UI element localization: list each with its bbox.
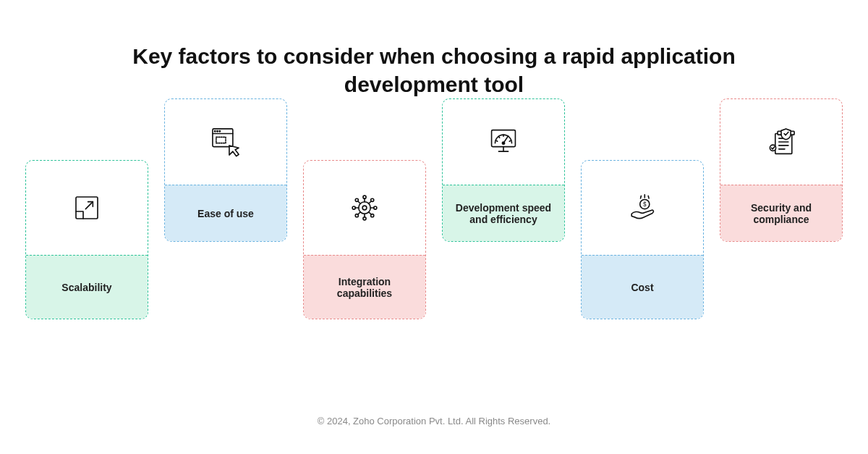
svg-point-5 xyxy=(219,131,220,132)
svg-rect-6 xyxy=(216,137,226,143)
svg-point-8 xyxy=(362,206,367,210)
card-label: Cost xyxy=(582,255,703,319)
card-label: Scalability xyxy=(26,255,148,319)
svg-line-38 xyxy=(648,196,649,198)
svg-point-4 xyxy=(217,131,218,132)
card-cost: $ Cost xyxy=(581,160,704,319)
svg-line-21 xyxy=(358,201,360,203)
card-integration: Integration capabilities xyxy=(303,160,426,319)
card-security: Security and compliance xyxy=(720,98,843,242)
shield-icon xyxy=(720,99,842,185)
gear-icon xyxy=(304,161,425,255)
svg-line-29 xyxy=(503,136,509,143)
card-scalability: Scalability xyxy=(25,160,148,319)
footer-copyright: © 2024, Zoho Corporation Pvt. Ltd. All R… xyxy=(0,416,868,426)
svg-line-31 xyxy=(498,137,499,138)
svg-line-33 xyxy=(509,140,511,141)
speed-icon xyxy=(443,99,564,185)
svg-line-23 xyxy=(358,212,360,214)
cards-row: Scalability Ease of use xyxy=(0,160,868,319)
svg-point-3 xyxy=(215,131,216,132)
svg-line-30 xyxy=(496,140,498,141)
svg-line-22 xyxy=(369,201,371,203)
scale-icon xyxy=(26,161,148,255)
page-title: Key factors to consider when choosing a … xyxy=(72,42,796,98)
card-label: Ease of use xyxy=(165,185,286,241)
card-ease-of-use: Ease of use xyxy=(164,98,287,242)
svg-line-36 xyxy=(641,196,642,198)
svg-line-24 xyxy=(369,212,371,214)
svg-text:$: $ xyxy=(643,201,647,208)
card-label: Security and compliance xyxy=(720,185,842,241)
cost-icon: $ xyxy=(582,161,703,255)
card-development-speed: Development speed and efficiency xyxy=(442,98,565,242)
card-label: Integration capabilities xyxy=(304,255,425,319)
card-label: Development speed and efficiency xyxy=(443,185,564,241)
cursor-icon xyxy=(165,99,286,185)
